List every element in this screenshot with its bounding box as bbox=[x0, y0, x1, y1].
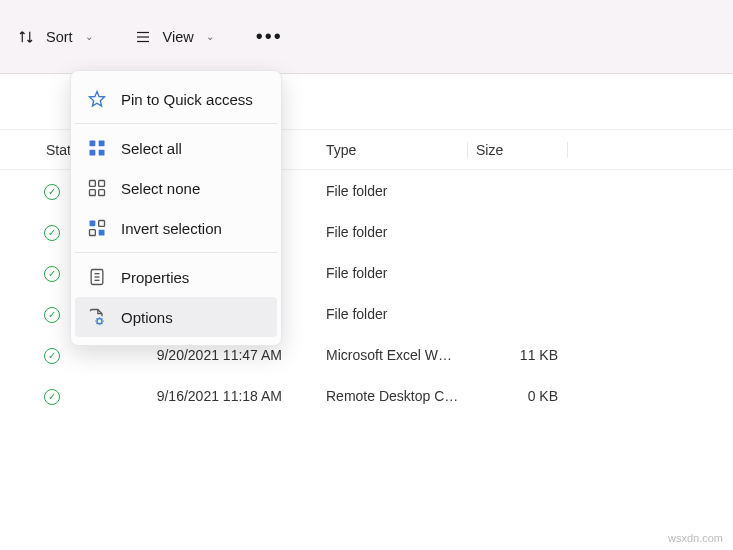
svg-rect-12 bbox=[90, 221, 96, 227]
sort-button[interactable]: Sort ⌄ bbox=[8, 21, 101, 53]
cell-type: Microsoft Excel W… bbox=[318, 347, 468, 363]
cell-date: 9/16/2021 11:18 AM bbox=[102, 388, 318, 404]
menu-options[interactable]: Options bbox=[75, 297, 277, 337]
svg-rect-14 bbox=[90, 230, 96, 236]
cell-type: File folder bbox=[318, 265, 468, 281]
cell-size: 11 KB bbox=[468, 347, 568, 363]
status-ok-icon bbox=[44, 184, 60, 200]
select-all-icon bbox=[87, 138, 107, 158]
cell-type: File folder bbox=[318, 224, 468, 240]
svg-rect-11 bbox=[99, 190, 105, 196]
menu-invert-selection[interactable]: Invert selection bbox=[75, 208, 277, 248]
header-size[interactable]: Size bbox=[468, 142, 568, 158]
menu-separator bbox=[75, 123, 277, 124]
select-none-icon bbox=[87, 178, 107, 198]
cell-type: Remote Desktop C… bbox=[318, 388, 468, 404]
properties-icon bbox=[87, 267, 107, 287]
svg-rect-15 bbox=[99, 230, 105, 236]
menu-select-all[interactable]: Select all bbox=[75, 128, 277, 168]
svg-marker-3 bbox=[90, 92, 105, 107]
svg-rect-5 bbox=[99, 141, 105, 147]
svg-rect-7 bbox=[99, 150, 105, 156]
watermark: wsxdn.com bbox=[668, 532, 723, 544]
options-icon bbox=[87, 307, 107, 327]
invert-selection-icon bbox=[87, 218, 107, 238]
toolbar: Sort ⌄ View ⌄ ••• bbox=[0, 0, 733, 74]
menu-item-label: Select all bbox=[121, 140, 182, 157]
context-menu: Pin to Quick access Select all Select no… bbox=[70, 70, 282, 346]
cell-type: File folder bbox=[318, 306, 468, 322]
menu-pin-to-quick-access[interactable]: Pin to Quick access bbox=[75, 79, 277, 119]
menu-item-label: Pin to Quick access bbox=[121, 91, 253, 108]
status-ok-icon bbox=[44, 266, 60, 282]
menu-properties[interactable]: Properties bbox=[75, 257, 277, 297]
star-icon bbox=[87, 89, 107, 109]
table-row[interactable]: 9/16/2021 11:18 AM Remote Desktop C… 0 K… bbox=[0, 375, 733, 416]
cell-type: File folder bbox=[318, 183, 468, 199]
more-button[interactable]: ••• bbox=[246, 19, 293, 54]
menu-item-label: Properties bbox=[121, 269, 189, 286]
menu-select-none[interactable]: Select none bbox=[75, 168, 277, 208]
svg-point-20 bbox=[97, 319, 102, 324]
menu-item-label: Invert selection bbox=[121, 220, 222, 237]
svg-rect-10 bbox=[90, 190, 96, 196]
svg-rect-13 bbox=[99, 221, 105, 227]
status-ok-icon bbox=[44, 307, 60, 323]
menu-item-label: Options bbox=[121, 309, 173, 326]
header-type[interactable]: Type bbox=[318, 142, 468, 158]
chevron-down-icon: ⌄ bbox=[206, 31, 214, 42]
cell-size: 0 KB bbox=[468, 388, 568, 404]
chevron-down-icon: ⌄ bbox=[85, 31, 93, 42]
view-label: View bbox=[163, 29, 194, 45]
menu-item-label: Select none bbox=[121, 180, 200, 197]
view-icon bbox=[133, 27, 153, 47]
more-label: ••• bbox=[256, 25, 283, 47]
svg-rect-9 bbox=[99, 181, 105, 187]
view-button[interactable]: View ⌄ bbox=[125, 21, 222, 53]
sort-label: Sort bbox=[46, 29, 73, 45]
sort-icon bbox=[16, 27, 36, 47]
svg-rect-6 bbox=[90, 150, 96, 156]
menu-separator bbox=[75, 252, 277, 253]
svg-rect-4 bbox=[90, 141, 96, 147]
status-ok-icon bbox=[44, 389, 60, 405]
status-ok-icon bbox=[44, 225, 60, 241]
cell-date: 9/20/2021 11:47 AM bbox=[102, 347, 318, 363]
svg-rect-8 bbox=[90, 181, 96, 187]
status-ok-icon bbox=[44, 348, 60, 364]
